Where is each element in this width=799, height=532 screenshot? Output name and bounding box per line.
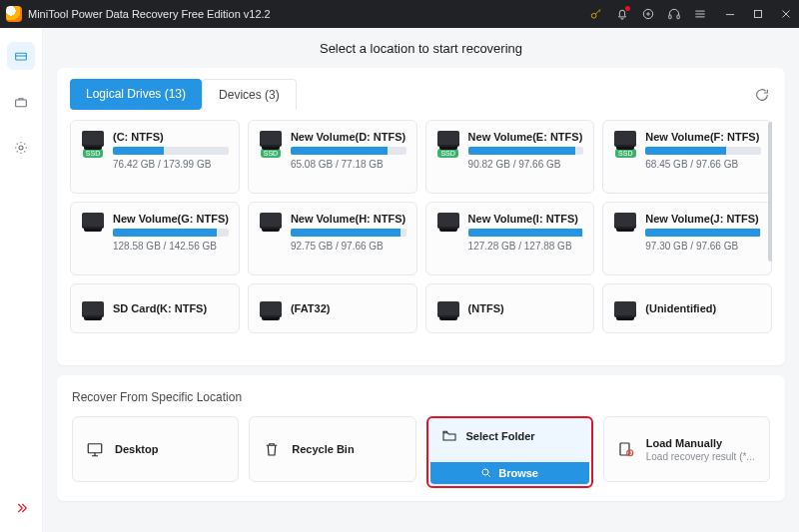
drive-card[interactable]: New Volume(J: NTFS)97.30 GB / 97.66 GB <box>602 202 772 275</box>
svg-rect-9 <box>88 444 102 453</box>
browse-label: Browse <box>498 467 538 479</box>
usage-bar <box>291 229 406 237</box>
bell-icon[interactable] <box>615 7 629 21</box>
drive-size: 97.30 GB / 97.66 GB <box>645 241 761 252</box>
drive-card[interactable]: (FAT32) <box>248 283 417 333</box>
hdd-icon: SSD <box>436 131 460 183</box>
app-title: MiniTool Power Data Recovery Free Editio… <box>28 8 271 20</box>
hdd-icon <box>81 213 105 265</box>
notification-dot-icon <box>625 6 630 11</box>
drive-card[interactable]: SSDNew Volume(F: NTFS)68.45 GB / 97.66 G… <box>602 120 772 194</box>
drive-name: New Volume(H: NTFS) <box>291 213 406 225</box>
refresh-button[interactable] <box>752 85 772 105</box>
location-load-manually[interactable]: Load Manually Load recovery result (*... <box>603 416 770 482</box>
specific-location-panel: Recover From Specific Location Desktop R… <box>57 375 785 501</box>
location-select-folder[interactable]: Select Folder Browse <box>426 416 593 488</box>
maximize-button[interactable] <box>751 7 765 21</box>
app-logo-icon <box>6 6 22 22</box>
drive-card[interactable]: New Volume(I: NTFS)127.28 GB / 127.88 GB <box>425 202 595 275</box>
ssd-badge: SSD <box>615 149 635 158</box>
drive-name: (C: NTFS) <box>113 131 229 143</box>
drive-name: (FAT32) <box>291 302 331 314</box>
drive-size: 76.42 GB / 173.99 GB <box>113 159 229 170</box>
location-load-manually-sub: Load recovery result (*... <box>646 451 755 462</box>
drive-name: SD Card(K: NTFS) <box>113 302 207 314</box>
svg-rect-11 <box>620 443 629 455</box>
browse-button[interactable]: Browse <box>430 462 589 484</box>
usage-bar <box>113 147 229 155</box>
main: Select a location to start recovering Lo… <box>43 28 799 532</box>
drive-card[interactable]: New Volume(H: NTFS)92.75 GB / 97.66 GB <box>248 202 417 275</box>
hdd-icon: SSD <box>259 131 283 183</box>
key-icon[interactable] <box>589 7 603 21</box>
svg-rect-5 <box>755 11 762 18</box>
app-window: MiniTool Power Data Recovery Free Editio… <box>0 0 799 532</box>
disc-icon[interactable] <box>641 7 655 21</box>
usage-bar <box>291 147 406 155</box>
close-button[interactable] <box>779 7 793 21</box>
drive-card[interactable]: SSDNew Volume(D: NTFS)65.08 GB / 77.18 G… <box>248 120 417 194</box>
drive-size: 92.75 GB / 97.66 GB <box>291 241 406 252</box>
drive-card[interactable]: SD Card(K: NTFS) <box>70 283 240 333</box>
hdd-icon <box>436 213 460 265</box>
drive-card[interactable]: (Unidentified) <box>602 283 772 333</box>
tabs: Logical Drives (13) Devices (3) <box>70 79 297 110</box>
drive-card[interactable]: New Volume(G: NTFS)128.58 GB / 142.56 GB <box>70 202 240 275</box>
sidebar-expand-button[interactable] <box>7 494 35 522</box>
svg-point-10 <box>482 469 488 475</box>
hdd-icon <box>259 213 283 265</box>
location-recycle-bin[interactable]: Recycle Bin <box>249 416 415 482</box>
drive-name: (Unidentified) <box>645 302 716 314</box>
drive-size: 127.28 GB / 127.88 GB <box>468 241 584 252</box>
usage-bar <box>468 229 584 237</box>
svg-rect-6 <box>16 53 27 60</box>
hdd-icon <box>613 213 637 265</box>
drive-card[interactable]: (NTFS) <box>425 283 595 333</box>
drive-card[interactable]: SSDNew Volume(E: NTFS)90.82 GB / 97.66 G… <box>425 120 595 194</box>
headphones-icon[interactable] <box>667 7 681 21</box>
hdd-icon <box>613 301 637 315</box>
ssd-badge: SSD <box>83 149 103 158</box>
svg-point-8 <box>19 146 23 150</box>
hdd-icon <box>436 301 460 315</box>
titlebar: MiniTool Power Data Recovery Free Editio… <box>0 0 799 28</box>
usage-bar <box>645 229 761 237</box>
usage-bar <box>468 147 584 155</box>
menu-icon[interactable] <box>693 7 707 21</box>
sidebar-item-recover[interactable] <box>7 42 35 70</box>
tab-logical-drives[interactable]: Logical Drives (13) <box>70 79 202 110</box>
location-select-folder-label: Select Folder <box>466 430 535 442</box>
drive-size: 128.58 GB / 142.56 GB <box>113 241 229 252</box>
svg-rect-3 <box>669 15 671 19</box>
drives-panel: Logical Drives (13) Devices (3) SSD(C: N… <box>57 68 785 365</box>
drive-size: 68.45 GB / 97.66 GB <box>645 159 761 170</box>
location-desktop[interactable]: Desktop <box>72 416 239 482</box>
drive-name: New Volume(I: NTFS) <box>468 213 584 225</box>
hdd-icon <box>259 301 283 315</box>
location-load-manually-label: Load Manually <box>646 437 755 449</box>
svg-point-2 <box>647 13 649 15</box>
minimize-button[interactable] <box>723 7 737 21</box>
drive-name: New Volume(J: NTFS) <box>645 213 761 225</box>
svg-rect-7 <box>16 100 27 107</box>
page-subtitle: Select a location to start recovering <box>43 28 799 68</box>
titlebar-actions <box>589 7 707 21</box>
window-controls <box>723 7 793 21</box>
tab-devices[interactable]: Devices (3) <box>202 79 297 110</box>
ssd-badge: SSD <box>261 149 281 158</box>
hdd-icon: SSD <box>613 131 637 183</box>
drives-scrollbar[interactable] <box>768 122 772 262</box>
sidebar-item-settings[interactable] <box>7 134 35 162</box>
usage-bar <box>645 147 761 155</box>
svg-point-0 <box>591 13 596 18</box>
drive-name: New Volume(G: NTFS) <box>113 213 229 225</box>
drive-name: New Volume(F: NTFS) <box>645 131 761 143</box>
location-desktop-label: Desktop <box>115 443 158 455</box>
ssd-badge: SSD <box>437 149 457 158</box>
hdd-icon: SSD <box>81 131 105 183</box>
sidebar-item-toolbox[interactable] <box>7 88 35 116</box>
drive-card[interactable]: SSD(C: NTFS)76.42 GB / 173.99 GB <box>70 120 240 194</box>
drive-size: 90.82 GB / 97.66 GB <box>468 159 584 170</box>
specific-location-title: Recover From Specific Location <box>72 390 770 404</box>
drive-name: New Volume(D: NTFS) <box>291 131 406 143</box>
